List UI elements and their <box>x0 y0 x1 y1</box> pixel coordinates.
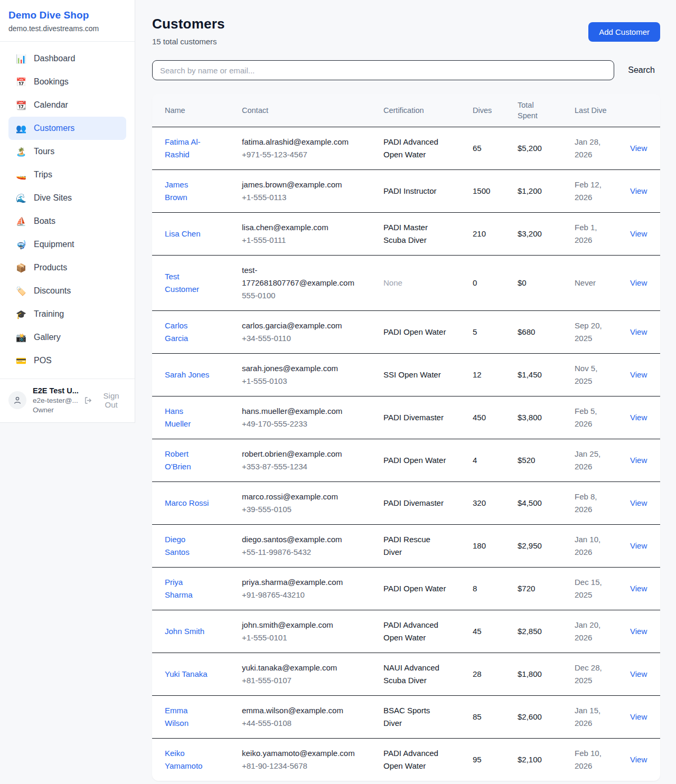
customer-email: emma.wilson@example.com <box>242 704 355 717</box>
search-input[interactable] <box>152 60 614 80</box>
sidebar-item-dashboard[interactable]: 📊 Dashboard <box>8 47 126 70</box>
customer-name-link[interactable]: John Smith <box>165 627 204 636</box>
customer-total-spent: $3,200 <box>518 213 575 256</box>
customer-last-dive: Jan 20, 2026 <box>575 610 630 653</box>
customer-name-link[interactable]: James Brown <box>165 180 188 202</box>
table-row: Test Customer test-1772681807767@example… <box>152 256 660 311</box>
sidebar: Demo Dive Shop demo.test.divestreams.com… <box>0 0 135 423</box>
sidebar-item-label: POS <box>34 356 52 365</box>
customer-email: fatima.alrashid@example.com <box>242 136 355 148</box>
user-block: E2E Test U... e2e-tester@... Owner Sign … <box>0 379 135 422</box>
customer-name-link[interactable]: Robert O'Brien <box>165 449 191 471</box>
view-link[interactable]: View <box>630 669 647 678</box>
sidebar-item-calendar[interactable]: 📆 Calendar <box>8 93 126 117</box>
view-link[interactable]: View <box>630 144 647 153</box>
customer-total-spent: $4,500 <box>518 482 575 525</box>
sidebar-item-pos[interactable]: 💳 POS <box>8 349 126 372</box>
customer-certification: PADI Advanced Open Water <box>383 610 473 653</box>
sidebar-item-customers[interactable]: 👥 Customers <box>8 117 126 140</box>
customer-email: sarah.jones@example.com <box>242 362 355 375</box>
sign-out-button[interactable]: Sign Out <box>84 391 126 409</box>
view-link[interactable]: View <box>630 186 647 195</box>
customer-dives: 95 <box>473 739 518 781</box>
customer-total-spent: $0 <box>518 256 575 311</box>
sidebar-item-products[interactable]: 📦 Products <box>8 256 126 279</box>
sidebar-item-boats[interactable]: ⛵ Boats <box>8 210 126 233</box>
customer-last-dive: Jan 25, 2026 <box>575 439 630 482</box>
sidebar-item-equipment[interactable]: 🤿 Equipment <box>8 233 126 256</box>
sidebar-item-tours[interactable]: 🏝️ Tours <box>8 140 126 163</box>
customer-email: hans.mueller@example.com <box>242 405 355 418</box>
view-link[interactable]: View <box>630 584 647 593</box>
customer-phone: +44-555-0108 <box>242 717 355 730</box>
customer-last-dive: Feb 8, 2026 <box>575 482 630 525</box>
column-header-last-dive: Last Dive <box>575 94 630 127</box>
user-meta: E2E Test U... e2e-tester@... Owner <box>33 386 78 414</box>
add-customer-button[interactable]: Add Customer <box>588 22 660 42</box>
customer-phone: +971-55-123-4567 <box>242 148 355 161</box>
view-link[interactable]: View <box>630 456 647 465</box>
view-link[interactable]: View <box>630 278 647 287</box>
tours-icon: 🏝️ <box>16 147 26 157</box>
sidebar-item-dive-sites[interactable]: 🌊 Dive Sites <box>8 186 126 210</box>
customer-name-link[interactable]: Test Customer <box>165 272 199 294</box>
sidebar-item-trips[interactable]: 🚤 Trips <box>8 163 126 186</box>
customer-email: robert.obrien@example.com <box>242 448 355 460</box>
view-link[interactable]: View <box>630 229 647 238</box>
table-row: Hans Mueller hans.mueller@example.com +4… <box>152 396 660 439</box>
customer-email: lisa.chen@example.com <box>242 221 355 234</box>
sidebar-item-discounts[interactable]: 🏷️ Discounts <box>8 279 126 303</box>
customer-name-link[interactable]: Marco Rossi <box>165 498 209 507</box>
table-header-row: Name Contact Certification Dives Total S… <box>152 94 660 127</box>
customer-total-spent: $2,950 <box>518 525 575 568</box>
view-link[interactable]: View <box>630 413 647 422</box>
customer-name-link[interactable]: Diego Santos <box>165 535 190 556</box>
sidebar-item-label: Training <box>34 309 64 319</box>
discounts-icon: 🏷️ <box>16 286 26 296</box>
customer-name-link[interactable]: Fatima Al-Rashid <box>165 137 201 159</box>
sidebar-item-bookings[interactable]: 📅 Bookings <box>8 70 126 93</box>
customer-phone: +1-555-0101 <box>242 631 355 644</box>
customer-name-link[interactable]: Carlos Garcia <box>165 321 188 343</box>
view-link[interactable]: View <box>630 755 647 764</box>
main-content: Customers 15 total customers Add Custome… <box>135 0 676 784</box>
customer-phone: +1-555-0113 <box>242 191 355 204</box>
dive-sites-icon: 🌊 <box>16 193 26 203</box>
products-icon: 📦 <box>16 263 26 273</box>
gallery-icon: 📸 <box>16 333 26 343</box>
customer-total-spent: $2,850 <box>518 610 575 653</box>
customer-email: test-1772681807767@example.com <box>242 264 355 289</box>
view-link[interactable]: View <box>630 712 647 721</box>
training-icon: 🎓 <box>16 309 26 319</box>
customer-name-link[interactable]: Lisa Chen <box>165 229 201 238</box>
customer-name-link[interactable]: Yuki Tanaka <box>165 669 208 678</box>
sidebar-nav: 📊 Dashboard 📅 Bookings 📆 Calendar 👥 Cust… <box>0 42 135 379</box>
sidebar-item-label: Customers <box>34 124 74 133</box>
customer-last-dive: Feb 12, 2026 <box>575 170 630 213</box>
customer-name-link[interactable]: Priya Sharma <box>165 578 193 599</box>
customer-email: diego.santos@example.com <box>242 533 355 546</box>
table-row: Sarah Jones sarah.jones@example.com +1-5… <box>152 354 660 396</box>
sidebar-item-label: Bookings <box>34 77 69 87</box>
customer-last-dive: Never <box>575 256 630 311</box>
search-button[interactable]: Search <box>628 65 660 75</box>
customer-dives: 28 <box>473 653 518 696</box>
customer-dives: 4 <box>473 439 518 482</box>
view-link[interactable]: View <box>630 627 647 636</box>
customer-name-link[interactable]: Hans Mueller <box>165 407 191 428</box>
customer-last-dive: Sep 20, 2025 <box>575 311 630 354</box>
view-link[interactable]: View <box>630 498 647 507</box>
customer-dives: 12 <box>473 354 518 396</box>
customer-name-link[interactable]: Emma Wilson <box>165 706 189 728</box>
sidebar-item-gallery[interactable]: 📸 Gallery <box>8 326 126 349</box>
customer-total-spent: $2,100 <box>518 739 575 781</box>
sidebar-item-training[interactable]: 🎓 Training <box>8 303 126 326</box>
customer-name-link[interactable]: Keiko Yamamoto <box>165 749 202 770</box>
view-link[interactable]: View <box>630 541 647 550</box>
customer-name-link[interactable]: Sarah Jones <box>165 370 209 379</box>
customer-dives: 0 <box>473 256 518 311</box>
customer-dives: 5 <box>473 311 518 354</box>
boats-icon: ⛵ <box>16 216 26 226</box>
view-link[interactable]: View <box>630 327 647 336</box>
view-link[interactable]: View <box>630 370 647 379</box>
